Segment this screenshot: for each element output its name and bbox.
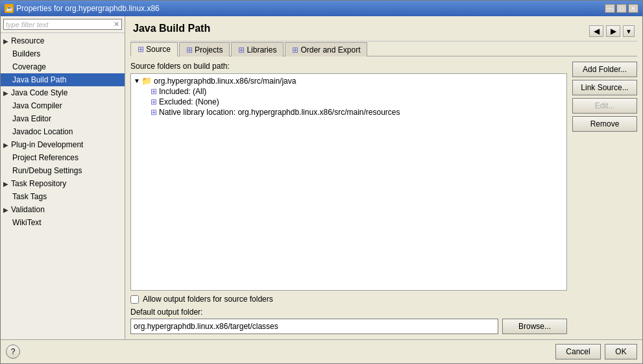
sidebar-item-project-references[interactable]: Project References: [1, 151, 125, 164]
cancel-button[interactable]: Cancel: [555, 344, 601, 359]
sidebar-item-resource[interactable]: ▶ Resource: [1, 34, 125, 47]
sidebar-item-javadoc-location[interactable]: Javadoc Location: [1, 125, 125, 138]
output-folder-row: Browse...: [130, 319, 567, 334]
sidebar-item-label: Javadoc Location: [12, 127, 73, 136]
arrow-icon: ▶: [3, 141, 11, 149]
tab-source[interactable]: ⊞ Source: [130, 42, 178, 56]
close-button[interactable]: ✕: [628, 4, 638, 13]
tab-projects[interactable]: ⊞ Projects: [179, 42, 230, 56]
sidebar-item-builders[interactable]: Builders: [1, 47, 125, 60]
tree-arrow-icon: ▼: [134, 77, 141, 84]
sidebar-item-label: Resource: [11, 36, 44, 45]
main-window: ☕ Properties for org.hypergraphdb.linux.…: [0, 0, 643, 364]
sidebar-item-label: Task Tags: [12, 192, 47, 201]
sidebar-item-label: Run/Debug Settings: [12, 166, 82, 175]
page-title: Java Build Path: [133, 23, 210, 34]
filter-input-container[interactable]: type filter text ✕: [3, 19, 122, 30]
sidebar-item-label: Java Code Style: [11, 88, 67, 97]
help-button[interactable]: ?: [6, 345, 20, 359]
sidebar-item-label: Java Compiler: [12, 101, 62, 110]
sidebar-item-run-debug-settings[interactable]: Run/Debug Settings: [1, 164, 125, 177]
sidebar-item-validation[interactable]: ▶ Validation: [1, 203, 125, 216]
sidebar-item-label: Project References: [12, 153, 79, 162]
main-content: Java Build Path ◀ ▶ ▼ ⊞ Source ⊞ Project…: [125, 16, 642, 339]
sidebar-item-label: WikiText: [12, 218, 42, 227]
arrow-icon: ▶: [3, 90, 11, 97]
sidebar-item-wikitext[interactable]: WikiText: [1, 216, 125, 229]
sidebar-item-plugin-development[interactable]: ▶ Plug-in Development: [1, 138, 125, 151]
ok-button[interactable]: OK: [605, 344, 637, 359]
sidebar-item-java-editor[interactable]: Java Editor: [1, 112, 125, 125]
arrow-icon: ▶: [3, 38, 11, 45]
sidebar-item-coverage[interactable]: Coverage: [1, 60, 125, 73]
sidebar-item-java-build-path[interactable]: Java Build Path: [1, 73, 125, 86]
source-label: Source folders on build path:: [130, 62, 567, 71]
footer-right: Cancel OK: [555, 344, 637, 359]
tab-order-and-export[interactable]: ⊞ Order and Export: [285, 42, 367, 56]
filter-box: type filter text ✕: [1, 16, 125, 33]
browse-button[interactable]: Browse...: [502, 319, 567, 334]
footer-left: ?: [6, 345, 20, 359]
sidebar-item-task-tags[interactable]: Task Tags: [1, 190, 125, 203]
arrow-icon: ▶: [3, 206, 11, 213]
content-area: Source folders on build path: ▼ 📁 org.hy…: [130, 62, 637, 334]
sidebar: type filter text ✕ ▶ Resource Builders C…: [1, 16, 125, 339]
edit-button[interactable]: Edit...: [572, 98, 637, 114]
sidebar-list: ▶ Resource Builders Coverage Java Build …: [1, 33, 125, 339]
link-source-button[interactable]: Link Source...: [572, 80, 637, 95]
package-icon: ⊞: [151, 108, 157, 117]
filter-placeholder: type filter text: [6, 21, 48, 29]
filter-clear-icon[interactable]: ✕: [114, 20, 119, 29]
sidebar-item-task-repository[interactable]: ▶ Task Repository: [1, 177, 125, 190]
nav-bar: Java Build Path ◀ ▶ ▼: [130, 21, 637, 42]
tree-item-excluded[interactable]: ⊞ Excluded: (None): [132, 97, 565, 107]
build-path-panel: Source folders on build path: ▼ 📁 org.hy…: [130, 62, 567, 334]
minimize-button[interactable]: —: [605, 4, 615, 13]
output-folder-input[interactable]: [130, 319, 498, 334]
tree-item-label: Native library location: org.hypergraphd…: [159, 108, 400, 117]
sidebar-item-label: Coverage: [12, 62, 46, 71]
sidebar-item-java-code-style[interactable]: ▶ Java Code Style: [1, 86, 125, 99]
sidebar-item-label: Builders: [12, 49, 40, 58]
window-title: Properties for org.hypergraphdb.linux.x8…: [16, 4, 160, 13]
tab-libraries[interactable]: ⊞ Libraries: [231, 42, 284, 56]
tree-item-label: Included: (All): [159, 87, 206, 96]
nav-dropdown-button[interactable]: ▼: [623, 25, 635, 37]
side-buttons: Add Folder... Link Source... Edit... Rem…: [572, 62, 637, 334]
tab-bar: ⊞ Source ⊞ Projects ⊞ Libraries ⊞ Order …: [130, 42, 637, 56]
forward-button[interactable]: ▶: [606, 25, 620, 37]
output-folders-checkbox-label: Allow output folders for source folders: [143, 295, 273, 304]
window-controls: — □ ✕: [605, 4, 638, 13]
sidebar-item-java-compiler[interactable]: Java Compiler: [1, 99, 125, 112]
tree-item-root[interactable]: ▼ 📁 org.hypergraphdb.linux.x86/src/main/…: [132, 75, 565, 86]
tree-item-included[interactable]: ⊞ Included: (All): [132, 86, 565, 97]
sidebar-item-label: Java Editor: [12, 114, 51, 123]
output-folders-checkbox[interactable]: [130, 295, 139, 304]
window-icon: ☕: [5, 4, 14, 13]
add-folder-button[interactable]: Add Folder...: [572, 62, 637, 77]
tree-item-label: org.hypergraphdb.linux.x86/src/main/java: [154, 77, 296, 86]
output-folder-label: Default output folder:: [130, 308, 567, 317]
sidebar-item-label: Task Repository: [11, 179, 66, 188]
tree-box[interactable]: ▼ 📁 org.hypergraphdb.linux.x86/src/main/…: [130, 73, 567, 291]
title-bar: ☕ Properties for org.hypergraphdb.linux.…: [1, 1, 642, 16]
remove-button[interactable]: Remove: [572, 116, 637, 132]
package-icon: ⊞: [151, 87, 157, 96]
footer: ? Cancel OK: [1, 339, 642, 363]
window-body: type filter text ✕ ▶ Resource Builders C…: [1, 16, 642, 339]
sidebar-item-label: Plug-in Development: [11, 140, 83, 149]
output-folders-checkbox-row[interactable]: Allow output folders for source folders: [130, 295, 567, 304]
tree-item-label: Excluded: (None): [159, 97, 219, 106]
sidebar-item-label: Java Build Path: [12, 75, 66, 84]
tree-item-native-lib[interactable]: ⊞ Native library location: org.hypergrap…: [132, 107, 565, 117]
folder-icon: 📁: [141, 76, 152, 86]
package-icon: ⊞: [151, 97, 157, 106]
back-button[interactable]: ◀: [589, 25, 603, 37]
sidebar-item-label: Validation: [11, 205, 45, 214]
maximize-button[interactable]: □: [616, 4, 627, 13]
arrow-icon: ▶: [3, 180, 11, 188]
